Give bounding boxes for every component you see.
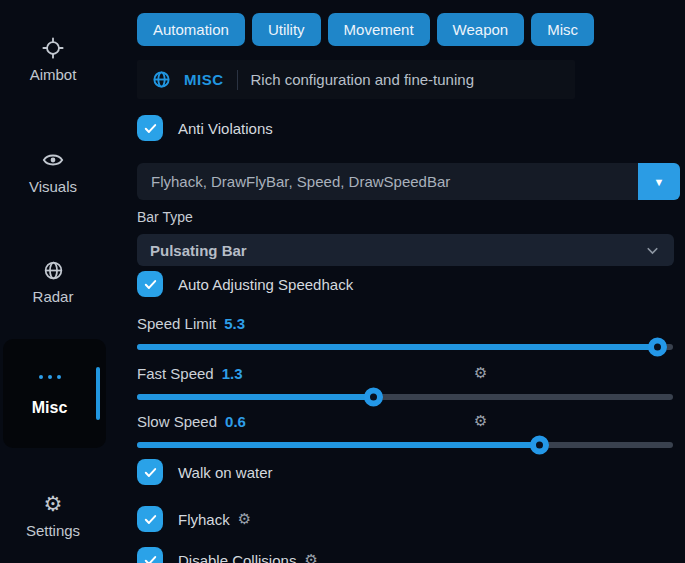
slow-speed-value: 0.6 — [225, 413, 246, 430]
tab-weapon[interactable]: Weapon — [437, 13, 525, 46]
sidebar-item-label: Radar — [0, 288, 106, 305]
feature-select-value: Flyhack, DrawFlyBar, Speed, DrawSpeedBar — [137, 163, 680, 200]
sidebar-item-aimbot[interactable]: Aimbot — [0, 36, 106, 83]
triangle-down-icon: ▼ — [654, 176, 665, 188]
section-subtitle: Rich configuration and fine-tuning — [251, 71, 474, 88]
disable-collisions-checkbox[interactable] — [137, 547, 163, 563]
speed-limit-label: Speed Limit — [137, 315, 216, 332]
checkbox-row-auto-adjusting-speedhack: Auto Adjusting Speedhack — [137, 271, 680, 297]
gear-icon[interactable]: ⚙ — [474, 412, 487, 430]
tab-automation[interactable]: Automation — [137, 13, 245, 46]
sidebar-item-label: Settings — [0, 522, 106, 539]
checkbox-row-anti-violations: Anti Violations — [137, 115, 680, 141]
checkbox-row-walk-on-water: Walk on water — [137, 459, 680, 485]
walk-on-water-checkbox[interactable] — [137, 459, 163, 485]
speed-limit-slider[interactable] — [137, 344, 673, 350]
anti-violations-checkbox[interactable] — [137, 115, 163, 141]
fast-speed-slider-handle[interactable] — [364, 388, 383, 407]
globe-icon — [152, 70, 171, 89]
slider-fill — [137, 344, 657, 350]
fast-speed-slider[interactable] — [137, 394, 673, 400]
fast-speed-value: 1.3 — [222, 365, 243, 382]
auto-adjusting-speedhack-checkbox[interactable] — [137, 271, 163, 297]
slow-speed-slider[interactable] — [137, 442, 673, 448]
speed-limit-slider-handle[interactable] — [648, 338, 667, 357]
checkmark-icon — [143, 277, 158, 292]
bar-type-label: Bar Type — [137, 209, 680, 225]
feature-select-open-button[interactable]: ▼ — [638, 163, 680, 200]
checkbox-row-flyhack: Flyhack ⚙ — [137, 506, 680, 532]
sidebar-item-visuals[interactable]: Visuals — [0, 148, 106, 195]
chevron-down-icon — [644, 242, 661, 259]
flyhack-label: Flyhack — [178, 511, 230, 528]
sidebar-item-label: Misc — [3, 399, 96, 417]
slider-fill — [137, 442, 539, 448]
slider-group-slow-speed: Slow Speed 0.6 ⚙ — [137, 412, 680, 448]
slider-group-speed-limit: Speed Limit 5.3 — [137, 314, 680, 350]
sidebar-item-settings[interactable]: ⚙ Settings — [0, 492, 106, 539]
tab-misc[interactable]: Misc — [531, 13, 594, 46]
divider — [237, 70, 238, 90]
feature-select[interactable]: Flyhack, DrawFlyBar, Speed, DrawSpeedBar… — [137, 163, 680, 200]
slow-speed-slider-handle[interactable] — [530, 436, 549, 455]
sidebar-item-misc[interactable]: Misc — [3, 339, 106, 448]
section-title: MISC — [184, 71, 224, 88]
tab-bar: Automation Utility Movement Weapon Misc — [137, 13, 680, 46]
eye-icon — [0, 148, 106, 172]
ellipsis-icon — [3, 375, 96, 379]
slow-speed-label: Slow Speed — [137, 413, 217, 430]
checkbox-row-disable-collisions: Disable Collisions ⚙ — [137, 547, 680, 563]
globe-icon — [0, 258, 106, 282]
speed-limit-value: 5.3 — [224, 315, 245, 332]
tab-movement[interactable]: Movement — [328, 13, 430, 46]
sidebar: Aimbot Visuals Radar Misc ⚙ Settings — [0, 0, 130, 563]
selected-indicator-bar — [96, 367, 100, 420]
disable-collisions-label: Disable Collisions — [178, 552, 296, 563]
slider-fill — [137, 394, 373, 400]
gear-icon[interactable]: ⚙ — [304, 551, 317, 563]
gear-icon[interactable]: ⚙ — [474, 364, 487, 382]
anti-violations-label: Anti Violations — [178, 120, 273, 137]
section-header: MISC Rich configuration and fine-tuning — [137, 60, 575, 99]
bar-type-value: Pulsating Bar — [150, 242, 247, 259]
crosshair-icon — [0, 36, 106, 60]
checkmark-icon — [143, 465, 158, 480]
tab-utility[interactable]: Utility — [252, 13, 321, 46]
auto-adjusting-speedhack-label: Auto Adjusting Speedhack — [178, 276, 353, 293]
checkmark-icon — [143, 553, 158, 563]
sidebar-item-radar[interactable]: Radar — [0, 258, 106, 305]
walk-on-water-label: Walk on water — [178, 464, 272, 481]
main-panel: Automation Utility Movement Weapon Misc … — [137, 0, 680, 563]
flyhack-checkbox[interactable] — [137, 506, 163, 532]
sidebar-item-label: Aimbot — [0, 66, 106, 83]
sidebar-item-label: Visuals — [0, 178, 106, 195]
gear-icon[interactable]: ⚙ — [238, 510, 251, 528]
checkmark-icon — [143, 512, 158, 527]
checkmark-icon — [143, 121, 158, 136]
slider-group-fast-speed: Fast Speed 1.3 ⚙ — [137, 364, 680, 400]
fast-speed-label: Fast Speed — [137, 365, 214, 382]
gear-icon: ⚙ — [0, 492, 106, 516]
bar-type-dropdown[interactable]: Pulsating Bar — [137, 234, 674, 266]
